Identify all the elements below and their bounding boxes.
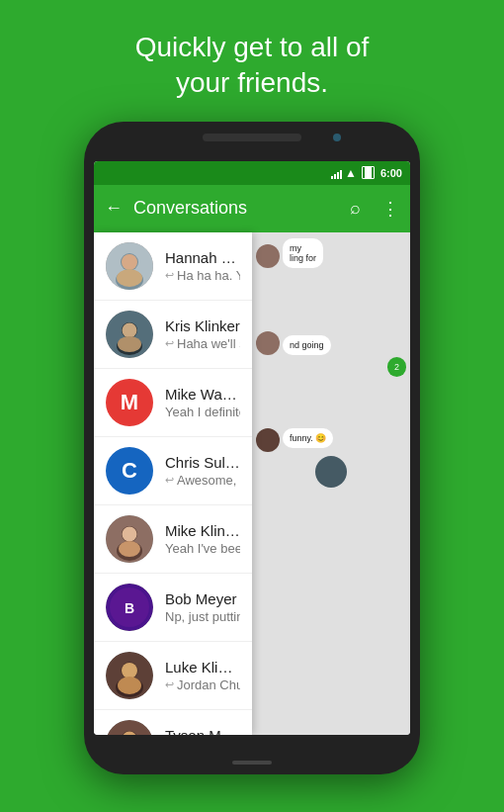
avatar: C <box>106 447 153 495</box>
received-message: funny. 😊 <box>256 428 406 452</box>
time-display: 6:00 <box>380 167 402 179</box>
svg-point-4 <box>117 269 142 287</box>
phone-mockup: ▲ █ 6:00 ← Conversations ⌕ ⋮ <box>84 122 420 774</box>
list-item[interactable]: M Mike Watkins Yeah I definitely am! <box>94 369 252 437</box>
phone-speaker <box>203 134 301 141</box>
svg-text:B: B <box>125 600 134 616</box>
conversation-list: Hannah McCoid ↩ Ha ha ha. You're just so… <box>94 232 252 735</box>
conversation-text: Bob Meyer Np, just putting out a feeler <box>165 590 240 624</box>
chat-row: myling for <box>256 238 406 268</box>
contact-name: Tyson Massey <box>165 727 240 735</box>
message-preview: Np, just putting out a feeler <box>165 609 240 624</box>
reply-icon: ↩ <box>165 337 174 350</box>
chat-messages: myling for nd going 2 <box>252 232 410 494</box>
phone-camera <box>333 134 341 141</box>
chat-preview-panel: myling for nd going 2 <box>252 232 410 735</box>
phone-screen: ▲ █ 6:00 ← Conversations ⌕ ⋮ <box>94 161 410 735</box>
svg-point-21 <box>122 663 137 678</box>
svg-point-13 <box>123 526 137 541</box>
sent-message: 2 <box>256 357 406 377</box>
headline: Quickly get to all of your friends. <box>96 0 409 122</box>
message-preview: Yeah I definitely am! <box>165 405 240 419</box>
message-preview: ↩ Haha we'll see about that. <box>165 336 240 351</box>
app-bar: ← Conversations ⌕ ⋮ <box>94 185 410 232</box>
reply-icon: ↩ <box>165 269 174 282</box>
reply-icon: ↩ <box>165 678 174 691</box>
conversation-text: Mike Klinker Yeah I've been watching it.… <box>165 522 240 556</box>
more-button[interactable]: ⋮ <box>378 197 402 221</box>
list-item[interactable]: Mike Klinker Yeah I've been watching it.… <box>94 505 252 574</box>
battery-icon: █ <box>362 166 375 179</box>
chat-bubble: nd going <box>283 335 331 355</box>
reply-icon: ↩ <box>165 474 174 487</box>
contact-name: Bob Meyer <box>165 590 240 607</box>
message-preview: ↩ Ha ha ha. You're just so fu... <box>165 268 240 283</box>
avatar: M <box>106 379 153 426</box>
svg-point-22 <box>118 677 141 694</box>
contact-name: Hannah McCoid <box>165 249 240 266</box>
list-item[interactable]: Luke Klinker ↩ Jordan Chuipek: (847) 30.… <box>94 642 252 710</box>
chat-bubble: funny. 😊 <box>283 428 333 448</box>
received-message: myling for <box>256 238 406 268</box>
avatar: B <box>106 584 153 631</box>
app-bar-actions: ⌕ ⋮ <box>343 197 402 221</box>
svg-point-14 <box>119 541 140 557</box>
avatar <box>106 311 153 358</box>
message-preview: Yeah I've been watching it. H... <box>165 541 240 556</box>
list-item[interactable]: Tyson Massey Ok cool sounds good <box>94 710 252 735</box>
conversation-text: Hannah McCoid ↩ Ha ha ha. You're just so… <box>165 249 240 283</box>
contact-name: Chris Sullivan <box>165 454 240 471</box>
spacer <box>256 272 406 331</box>
wifi-icon: ▲ <box>345 166 357 180</box>
svg-point-3 <box>122 254 137 270</box>
contact-name: Mike Watkins <box>165 386 240 403</box>
app-bar-title: Conversations <box>133 198 343 219</box>
chat-bubble-sent: 2 <box>387 357 406 377</box>
conversation-text: Luke Klinker ↩ Jordan Chuipek: (847) 30.… <box>165 659 240 692</box>
back-button[interactable]: ← <box>102 197 126 221</box>
conversation-text: Kris Klinker ↩ Haha we'll see about that… <box>165 317 240 351</box>
list-item[interactable]: Kris Klinker ↩ Haha we'll see about that… <box>94 301 252 369</box>
contact-name: Mike Klinker <box>165 522 240 539</box>
chat-bubble: myling for <box>283 238 323 268</box>
phone-home-button <box>232 761 272 765</box>
chat-avatar <box>256 428 280 452</box>
avatar <box>106 515 153 563</box>
message-preview: ↩ Awesome, glad to hear yo... <box>165 473 240 488</box>
svg-point-8 <box>123 322 137 337</box>
avatar-row <box>256 456 406 488</box>
list-item[interactable]: B Bob Meyer Np, just putting out a feele… <box>94 574 252 642</box>
message-preview: ↩ Jordan Chuipek: (847) 30... <box>165 677 240 692</box>
avatar <box>106 652 153 699</box>
signal-icon <box>331 167 342 179</box>
contact-name: Kris Klinker <box>165 317 240 334</box>
avatar <box>106 720 153 735</box>
contact-name: Luke Klinker <box>165 659 240 676</box>
svg-point-9 <box>118 336 141 352</box>
status-bar: ▲ █ 6:00 <box>94 161 410 185</box>
conversation-text: Mike Watkins Yeah I definitely am! <box>165 386 240 419</box>
conversation-text: Tyson Massey Ok cool sounds good <box>165 727 240 735</box>
avatar <box>106 242 153 290</box>
list-item[interactable]: C Chris Sullivan ↩ Awesome, glad to hear… <box>94 437 252 505</box>
chat-avatar <box>256 331 280 355</box>
conversation-text: Chris Sullivan ↩ Awesome, glad to hear y… <box>165 454 240 488</box>
phone-body: ▲ █ 6:00 ← Conversations ⌕ ⋮ <box>84 122 420 774</box>
status-icons: ▲ █ 6:00 <box>331 166 402 180</box>
chat-avatar <box>256 244 280 268</box>
search-button[interactable]: ⌕ <box>343 197 367 221</box>
spacer <box>256 379 406 428</box>
chat-avatar-large <box>315 456 347 488</box>
list-item[interactable]: Hannah McCoid ↩ Ha ha ha. You're just so… <box>94 232 252 301</box>
received-message: nd going <box>256 331 406 355</box>
